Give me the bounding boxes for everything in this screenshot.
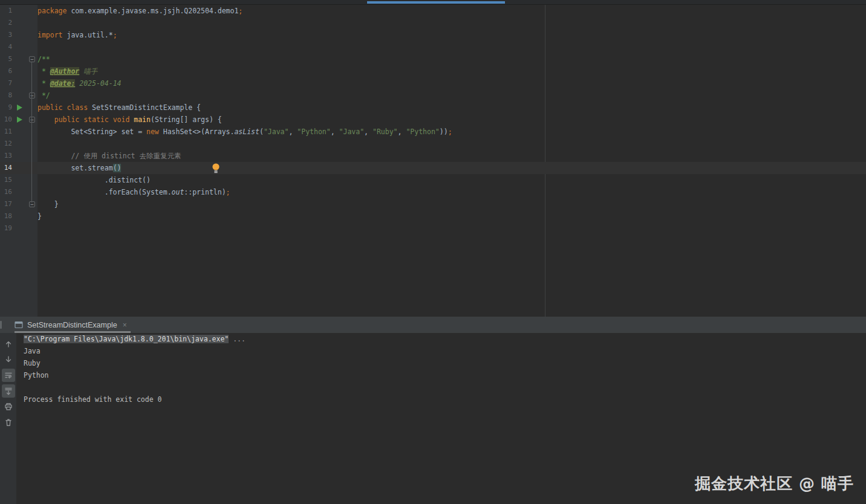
code-text: // 使用 distinct 去除重复元素 bbox=[37, 150, 181, 162]
code-line[interactable]: 1package com.example.javase.ms.jsjh.Q202… bbox=[0, 5, 866, 17]
line-number[interactable]: 2 bbox=[0, 17, 12, 29]
gutter-cell[interactable]: 4 bbox=[0, 41, 37, 53]
line-number[interactable]: 4 bbox=[0, 41, 12, 53]
console-output-line bbox=[24, 381, 246, 393]
line-number[interactable]: 1 bbox=[0, 5, 12, 17]
code-line[interactable]: 3import java.util.*; bbox=[0, 29, 866, 41]
code-line[interactable]: 10− public static void main(String[] arg… bbox=[0, 114, 866, 126]
code-line[interactable]: 16 .forEach(System.out::println); bbox=[0, 186, 866, 198]
gutter-cell[interactable]: 1 bbox=[0, 5, 37, 17]
code-line[interactable]: 11 Set<String> set = new HashSet<>(Array… bbox=[0, 126, 866, 138]
line-number[interactable]: 13 bbox=[0, 150, 12, 162]
down-arrow-icon[interactable] bbox=[2, 353, 15, 366]
code-line[interactable]: 9public class SetStreamDistinctExample { bbox=[0, 102, 866, 114]
watermark-text: 掘金技术社区 @ 喵手 bbox=[695, 473, 854, 494]
line-number[interactable]: 14 bbox=[0, 162, 12, 174]
console-output-line: Process finished with exit code 0 bbox=[24, 393, 246, 405]
console-output-line: Python bbox=[24, 369, 246, 381]
print-icon[interactable] bbox=[2, 400, 15, 413]
line-number[interactable]: 17 bbox=[0, 198, 12, 210]
fold-marker-icon[interactable]: − bbox=[29, 92, 35, 99]
line-number[interactable]: 5 bbox=[0, 53, 12, 65]
gutter-cell[interactable]: 2 bbox=[0, 17, 37, 29]
code-line[interactable]: 19 bbox=[0, 222, 866, 234]
console-output-line: "C:\Program Files\Java\jdk1.8.0_201\bin\… bbox=[24, 333, 246, 345]
console-output[interactable]: "C:\Program Files\Java\jdk1.8.0_201\bin\… bbox=[24, 333, 246, 405]
code-line[interactable]: 6 * @Author 喵手 bbox=[0, 65, 866, 77]
code-line[interactable]: 7 * @date: 2025-04-14 bbox=[0, 77, 866, 89]
console-icon bbox=[15, 321, 23, 329]
close-icon[interactable]: × bbox=[123, 321, 127, 329]
line-number[interactable]: 9 bbox=[0, 102, 12, 114]
code-text: public static void main(String[] args) { bbox=[37, 114, 222, 126]
line-number[interactable]: 6 bbox=[0, 65, 12, 77]
code-text: } bbox=[37, 210, 42, 222]
code-editor[interactable]: 1package com.example.javase.ms.jsjh.Q202… bbox=[0, 5, 866, 317]
line-number[interactable]: 11 bbox=[0, 126, 12, 138]
code-text: * @Author 喵手 bbox=[37, 65, 97, 77]
gutter-cell[interactable]: 18 bbox=[0, 210, 37, 222]
line-number[interactable]: 12 bbox=[0, 138, 12, 150]
line-number[interactable]: 18 bbox=[0, 210, 12, 222]
code-line[interactable]: 15 .distinct() bbox=[0, 174, 866, 186]
code-text: /** bbox=[37, 53, 50, 65]
gutter-cell[interactable]: 3 bbox=[0, 29, 37, 41]
code-text: } bbox=[37, 198, 59, 210]
code-line[interactable]: 13 // 使用 distinct 去除重复元素 bbox=[0, 150, 866, 162]
code-line[interactable]: 2 bbox=[0, 17, 866, 29]
run-toolwindow-header: SetStreamDistinctExample × bbox=[0, 317, 866, 333]
code-line[interactable]: 5−/** bbox=[0, 53, 866, 65]
line-number[interactable]: 10 bbox=[0, 114, 12, 126]
console-output-line: Ruby bbox=[24, 357, 246, 369]
fold-marker-icon[interactable]: − bbox=[29, 56, 35, 62]
gutter-cell[interactable]: 19 bbox=[0, 222, 37, 234]
line-number[interactable]: 19 bbox=[0, 222, 12, 234]
clear-icon[interactable] bbox=[2, 416, 15, 429]
line-number[interactable]: 7 bbox=[0, 77, 12, 89]
line-number[interactable]: 16 bbox=[0, 186, 12, 198]
line-number[interactable]: 8 bbox=[0, 89, 12, 102]
console-toolbar bbox=[0, 333, 16, 504]
run-button-icon[interactable] bbox=[17, 117, 22, 123]
console-output-line: Java bbox=[24, 345, 246, 357]
code-text: public class SetStreamDistinctExample { bbox=[37, 102, 201, 114]
line-number[interactable]: 15 bbox=[0, 174, 12, 186]
line-number[interactable]: 3 bbox=[0, 29, 12, 41]
code-text: set.stream() bbox=[37, 162, 121, 174]
code-line[interactable]: 4 bbox=[0, 41, 866, 53]
code-text: * @date: 2025-04-14 bbox=[37, 77, 122, 89]
code-line[interactable]: 18} bbox=[0, 210, 866, 222]
code-line[interactable]: 17− } bbox=[0, 198, 866, 210]
code-text: import java.util.*; bbox=[37, 29, 117, 41]
code-text: .distinct() bbox=[37, 174, 151, 186]
fold-marker-icon[interactable]: − bbox=[29, 117, 35, 123]
soft-wrap-icon[interactable] bbox=[2, 369, 15, 382]
code-text: Set<String> set = new HashSet<>(Arrays.a… bbox=[37, 126, 452, 138]
fold-marker-icon[interactable]: − bbox=[29, 201, 35, 207]
code-lines: 1package com.example.javase.ms.jsjh.Q202… bbox=[0, 5, 866, 234]
code-text: */ bbox=[37, 89, 50, 102]
code-line[interactable]: 12 bbox=[0, 138, 866, 150]
tool-window-stripe-mark bbox=[0, 321, 2, 329]
fold-guide-line bbox=[31, 62, 32, 202]
console-tab[interactable]: SetStreamDistinctExample × bbox=[15, 317, 127, 333]
active-file-tab-underline bbox=[367, 1, 505, 4]
console-tab-label: SetStreamDistinctExample bbox=[27, 321, 117, 329]
code-text: .forEach(System.out::println); bbox=[37, 186, 230, 198]
run-button-icon[interactable] bbox=[17, 105, 22, 111]
code-text: package com.example.javase.ms.jsjh.Q2025… bbox=[37, 5, 243, 17]
code-line[interactable]: 14 set.stream() bbox=[0, 162, 866, 174]
intention-bulb-icon[interactable] bbox=[212, 163, 220, 177]
scroll-to-end-icon[interactable] bbox=[2, 384, 15, 398]
code-line[interactable]: 8− */ bbox=[0, 89, 866, 102]
window-top-strip bbox=[0, 0, 866, 5]
up-arrow-icon[interactable] bbox=[2, 337, 15, 351]
